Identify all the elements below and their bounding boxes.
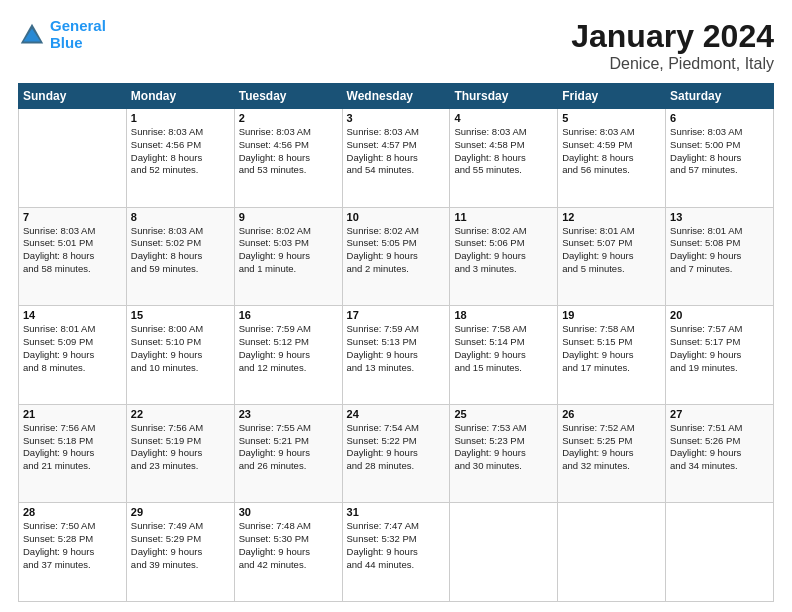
day-number: 1	[131, 112, 230, 124]
page-title: January 2024	[571, 18, 774, 55]
day-info: Sunrise: 8:00 AMSunset: 5:10 PMDaylight:…	[131, 323, 230, 374]
day-info: Sunrise: 7:55 AMSunset: 5:21 PMDaylight:…	[239, 422, 338, 473]
day-number: 2	[239, 112, 338, 124]
day-number: 21	[23, 408, 122, 420]
calendar-day-cell: 9Sunrise: 8:02 AMSunset: 5:03 PMDaylight…	[234, 207, 342, 306]
calendar-day-cell: 6Sunrise: 8:03 AMSunset: 5:00 PMDaylight…	[666, 109, 774, 208]
day-number: 28	[23, 506, 122, 518]
day-info: Sunrise: 8:02 AMSunset: 5:03 PMDaylight:…	[239, 225, 338, 276]
calendar-day-header: Friday	[558, 84, 666, 109]
day-info: Sunrise: 8:03 AMSunset: 4:56 PMDaylight:…	[239, 126, 338, 177]
day-info: Sunrise: 8:03 AMSunset: 5:02 PMDaylight:…	[131, 225, 230, 276]
calendar-day-cell: 26Sunrise: 7:52 AMSunset: 5:25 PMDayligh…	[558, 404, 666, 503]
calendar-day-cell: 4Sunrise: 8:03 AMSunset: 4:58 PMDaylight…	[450, 109, 558, 208]
calendar-day-cell: 15Sunrise: 8:00 AMSunset: 5:10 PMDayligh…	[126, 306, 234, 405]
page-subtitle: Denice, Piedmont, Italy	[571, 55, 774, 73]
calendar-day-cell: 5Sunrise: 8:03 AMSunset: 4:59 PMDaylight…	[558, 109, 666, 208]
day-info: Sunrise: 8:01 AMSunset: 5:07 PMDaylight:…	[562, 225, 661, 276]
day-info: Sunrise: 7:58 AMSunset: 5:14 PMDaylight:…	[454, 323, 553, 374]
calendar-day-cell	[450, 503, 558, 602]
calendar-day-cell	[666, 503, 774, 602]
calendar-day-header: Wednesday	[342, 84, 450, 109]
calendar-week-row: 14Sunrise: 8:01 AMSunset: 5:09 PMDayligh…	[19, 306, 774, 405]
calendar-day-cell: 3Sunrise: 8:03 AMSunset: 4:57 PMDaylight…	[342, 109, 450, 208]
day-info: Sunrise: 8:02 AMSunset: 5:05 PMDaylight:…	[347, 225, 446, 276]
day-number: 3	[347, 112, 446, 124]
logo-text: General Blue	[50, 18, 106, 51]
day-number: 9	[239, 211, 338, 223]
calendar-table: SundayMondayTuesdayWednesdayThursdayFrid…	[18, 83, 774, 602]
logo-icon	[18, 21, 46, 49]
day-info: Sunrise: 7:56 AMSunset: 5:18 PMDaylight:…	[23, 422, 122, 473]
day-info: Sunrise: 7:48 AMSunset: 5:30 PMDaylight:…	[239, 520, 338, 571]
day-number: 22	[131, 408, 230, 420]
day-info: Sunrise: 7:50 AMSunset: 5:28 PMDaylight:…	[23, 520, 122, 571]
day-number: 31	[347, 506, 446, 518]
calendar-day-cell	[558, 503, 666, 602]
day-info: Sunrise: 7:56 AMSunset: 5:19 PMDaylight:…	[131, 422, 230, 473]
day-number: 4	[454, 112, 553, 124]
calendar-week-row: 21Sunrise: 7:56 AMSunset: 5:18 PMDayligh…	[19, 404, 774, 503]
day-info: Sunrise: 8:01 AMSunset: 5:09 PMDaylight:…	[23, 323, 122, 374]
calendar-day-cell: 24Sunrise: 7:54 AMSunset: 5:22 PMDayligh…	[342, 404, 450, 503]
day-info: Sunrise: 8:03 AMSunset: 4:57 PMDaylight:…	[347, 126, 446, 177]
day-info: Sunrise: 8:01 AMSunset: 5:08 PMDaylight:…	[670, 225, 769, 276]
calendar-day-cell: 1Sunrise: 8:03 AMSunset: 4:56 PMDaylight…	[126, 109, 234, 208]
calendar-day-cell: 25Sunrise: 7:53 AMSunset: 5:23 PMDayligh…	[450, 404, 558, 503]
calendar-day-header: Thursday	[450, 84, 558, 109]
day-info: Sunrise: 8:03 AMSunset: 5:01 PMDaylight:…	[23, 225, 122, 276]
day-number: 24	[347, 408, 446, 420]
day-number: 27	[670, 408, 769, 420]
calendar-day-header: Saturday	[666, 84, 774, 109]
day-info: Sunrise: 7:49 AMSunset: 5:29 PMDaylight:…	[131, 520, 230, 571]
day-number: 6	[670, 112, 769, 124]
calendar-day-cell: 10Sunrise: 8:02 AMSunset: 5:05 PMDayligh…	[342, 207, 450, 306]
day-number: 18	[454, 309, 553, 321]
calendar-day-cell: 27Sunrise: 7:51 AMSunset: 5:26 PMDayligh…	[666, 404, 774, 503]
day-number: 8	[131, 211, 230, 223]
day-info: Sunrise: 7:57 AMSunset: 5:17 PMDaylight:…	[670, 323, 769, 374]
calendar-day-cell: 16Sunrise: 7:59 AMSunset: 5:12 PMDayligh…	[234, 306, 342, 405]
calendar-day-cell: 12Sunrise: 8:01 AMSunset: 5:07 PMDayligh…	[558, 207, 666, 306]
day-number: 14	[23, 309, 122, 321]
day-number: 19	[562, 309, 661, 321]
day-number: 30	[239, 506, 338, 518]
calendar-day-cell: 28Sunrise: 7:50 AMSunset: 5:28 PMDayligh…	[19, 503, 127, 602]
calendar-day-cell: 19Sunrise: 7:58 AMSunset: 5:15 PMDayligh…	[558, 306, 666, 405]
calendar-day-cell: 20Sunrise: 7:57 AMSunset: 5:17 PMDayligh…	[666, 306, 774, 405]
logo: General Blue	[18, 18, 106, 51]
calendar-day-cell	[19, 109, 127, 208]
calendar-day-cell: 23Sunrise: 7:55 AMSunset: 5:21 PMDayligh…	[234, 404, 342, 503]
day-number: 10	[347, 211, 446, 223]
calendar-day-cell: 14Sunrise: 8:01 AMSunset: 5:09 PMDayligh…	[19, 306, 127, 405]
calendar-day-cell: 21Sunrise: 7:56 AMSunset: 5:18 PMDayligh…	[19, 404, 127, 503]
calendar-week-row: 1Sunrise: 8:03 AMSunset: 4:56 PMDaylight…	[19, 109, 774, 208]
day-info: Sunrise: 8:02 AMSunset: 5:06 PMDaylight:…	[454, 225, 553, 276]
calendar-day-cell: 31Sunrise: 7:47 AMSunset: 5:32 PMDayligh…	[342, 503, 450, 602]
day-number: 26	[562, 408, 661, 420]
calendar-day-cell: 7Sunrise: 8:03 AMSunset: 5:01 PMDaylight…	[19, 207, 127, 306]
day-number: 5	[562, 112, 661, 124]
day-info: Sunrise: 7:54 AMSunset: 5:22 PMDaylight:…	[347, 422, 446, 473]
day-info: Sunrise: 7:47 AMSunset: 5:32 PMDaylight:…	[347, 520, 446, 571]
day-info: Sunrise: 7:52 AMSunset: 5:25 PMDaylight:…	[562, 422, 661, 473]
day-info: Sunrise: 7:53 AMSunset: 5:23 PMDaylight:…	[454, 422, 553, 473]
day-info: Sunrise: 7:58 AMSunset: 5:15 PMDaylight:…	[562, 323, 661, 374]
logo-blue: Blue	[50, 34, 83, 51]
calendar-day-cell: 17Sunrise: 7:59 AMSunset: 5:13 PMDayligh…	[342, 306, 450, 405]
calendar-day-header: Monday	[126, 84, 234, 109]
calendar-day-cell: 11Sunrise: 8:02 AMSunset: 5:06 PMDayligh…	[450, 207, 558, 306]
calendar-day-header: Tuesday	[234, 84, 342, 109]
day-info: Sunrise: 8:03 AMSunset: 4:59 PMDaylight:…	[562, 126, 661, 177]
day-number: 15	[131, 309, 230, 321]
header: General Blue January 2024 Denice, Piedmo…	[18, 18, 774, 73]
day-number: 17	[347, 309, 446, 321]
day-number: 23	[239, 408, 338, 420]
day-info: Sunrise: 7:51 AMSunset: 5:26 PMDaylight:…	[670, 422, 769, 473]
calendar-day-header: Sunday	[19, 84, 127, 109]
page: General Blue January 2024 Denice, Piedmo…	[0, 0, 792, 612]
calendar-week-row: 28Sunrise: 7:50 AMSunset: 5:28 PMDayligh…	[19, 503, 774, 602]
day-number: 7	[23, 211, 122, 223]
day-info: Sunrise: 7:59 AMSunset: 5:12 PMDaylight:…	[239, 323, 338, 374]
calendar-week-row: 7Sunrise: 8:03 AMSunset: 5:01 PMDaylight…	[19, 207, 774, 306]
